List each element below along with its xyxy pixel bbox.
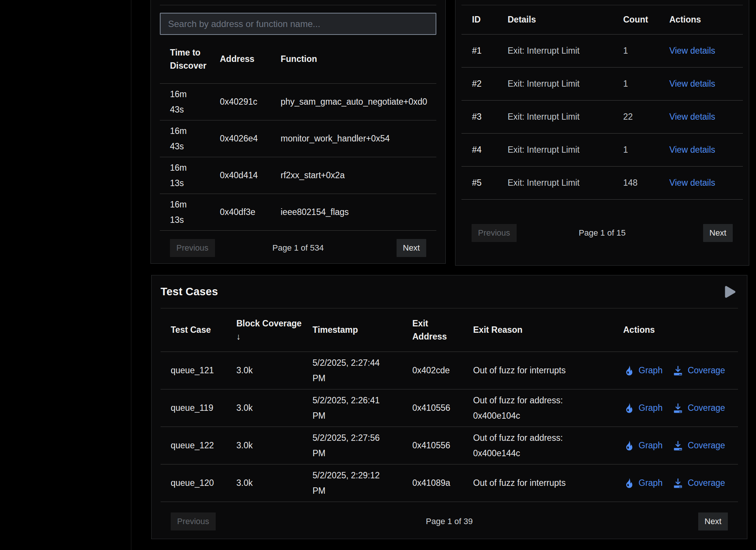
coverage-link[interactable]: Coverage bbox=[672, 400, 725, 415]
test-case-cell: queue_122 bbox=[161, 438, 226, 453]
block-coverage-cell: 3.0k bbox=[226, 400, 302, 415]
table-row: queue_120 3.0k 5/2/2025, 2:29:12 PM 0x41… bbox=[161, 464, 738, 502]
previous-button[interactable]: Previous bbox=[472, 224, 517, 242]
col-address: Address bbox=[210, 53, 271, 66]
table-row: 16m 43s 0x40291c phy_sam_gmac_auto_negot… bbox=[160, 84, 436, 120]
col-actions: Actions bbox=[613, 323, 738, 337]
view-details-link[interactable]: View details bbox=[669, 109, 715, 124]
download-icon bbox=[672, 440, 684, 451]
view-details-link[interactable]: View details bbox=[669, 142, 715, 157]
table-row: #2 Exit: Interrupt Limit 1 View details bbox=[461, 68, 743, 101]
search-input[interactable] bbox=[160, 13, 436, 35]
table-row: queue_119 3.0k 5/2/2025, 2:26:41 PM 0x41… bbox=[161, 389, 738, 427]
pagination: Previous Page 1 of 534 Next bbox=[160, 231, 436, 265]
time-cell: 16m 43s bbox=[160, 123, 210, 154]
time-cell: 16m 13s bbox=[160, 197, 210, 227]
id-cell: #5 bbox=[461, 175, 497, 190]
address-cell: 0x4026e4 bbox=[210, 131, 271, 146]
id-cell: #3 bbox=[461, 109, 497, 124]
view-details-link[interactable]: View details bbox=[669, 175, 715, 190]
exit-reason-cell: Out of fuzz for interrupts bbox=[463, 475, 613, 490]
graph-link[interactable]: Graph bbox=[623, 400, 663, 415]
id-cell: #2 bbox=[461, 76, 497, 91]
count-cell: 1 bbox=[613, 76, 659, 91]
view-details-link[interactable]: View details bbox=[669, 76, 715, 91]
timestamp-cell: 5/2/2025, 2:26:41 PM bbox=[302, 393, 402, 423]
coverage-link[interactable]: Coverage bbox=[672, 363, 725, 378]
exits-panel: ID Details Count Actions #1 Exit: Interr… bbox=[455, 0, 749, 266]
exit-address-cell: 0x410556 bbox=[402, 438, 463, 453]
col-details: Details bbox=[497, 13, 613, 26]
panel-top-divider bbox=[160, 5, 436, 5]
next-button[interactable]: Next bbox=[703, 224, 733, 242]
table-row: queue_121 3.0k 5/2/2025, 2:27:44 PM 0x40… bbox=[161, 352, 738, 389]
function-cell: ieee802154_flags bbox=[271, 204, 436, 219]
pagination: Previous Page 1 of 15 Next bbox=[461, 222, 743, 243]
details-cell: Exit: Interrupt Limit bbox=[497, 142, 613, 157]
id-cell: #1 bbox=[461, 43, 497, 58]
coverage-link[interactable]: Coverage bbox=[672, 438, 725, 453]
timestamp-cell: 5/2/2025, 2:27:44 PM bbox=[302, 355, 402, 386]
address-cell: 0x40291c bbox=[210, 94, 271, 109]
id-cell: #4 bbox=[461, 142, 497, 157]
view-details-link[interactable]: View details bbox=[669, 43, 715, 58]
table-header: Test Case Block Coverage ↓ Timestamp Exi… bbox=[161, 308, 738, 352]
block-coverage-cell: 3.0k bbox=[226, 363, 302, 378]
block-coverage-cell: 3.0k bbox=[226, 438, 302, 453]
graph-link[interactable]: Graph bbox=[623, 475, 663, 490]
previous-button[interactable]: Previous bbox=[170, 239, 215, 257]
next-button[interactable]: Next bbox=[397, 239, 426, 257]
flame-icon bbox=[623, 440, 634, 451]
download-icon bbox=[672, 365, 684, 376]
test-cases-panel: Test Cases Test Case Block Coverage ↓ Ti… bbox=[151, 275, 747, 539]
page-label: Page 1 of 39 bbox=[161, 517, 738, 526]
page: Time to Discover Address Function 16m 43… bbox=[0, 0, 756, 550]
next-button[interactable]: Next bbox=[698, 512, 728, 530]
count-cell: 148 bbox=[613, 175, 659, 190]
table-row: 16m 43s 0x4026e4 monitor_work_handler+0x… bbox=[160, 120, 436, 157]
coverage-link[interactable]: Coverage bbox=[672, 475, 725, 490]
table-header: Time to Discover Address Function bbox=[160, 35, 436, 84]
previous-button[interactable]: Previous bbox=[171, 512, 216, 530]
flame-icon bbox=[623, 478, 634, 489]
col-count: Count bbox=[613, 13, 659, 26]
sidebar-divider bbox=[131, 0, 131, 550]
address-cell: 0x40d414 bbox=[210, 168, 271, 183]
table-row: #4 Exit: Interrupt Limit 1 View details bbox=[461, 134, 743, 167]
table-header: ID Details Count Actions bbox=[461, 5, 743, 35]
col-timestamp: Timestamp bbox=[302, 323, 402, 337]
discoveries-panel: Time to Discover Address Function 16m 43… bbox=[150, 0, 446, 264]
details-cell: Exit: Interrupt Limit bbox=[497, 43, 613, 58]
details-cell: Exit: Interrupt Limit bbox=[497, 175, 613, 190]
count-cell: 1 bbox=[613, 142, 659, 157]
time-cell: 16m 13s bbox=[160, 160, 210, 191]
function-cell: rf2xx_start+0x2a bbox=[271, 168, 436, 183]
download-icon bbox=[672, 478, 684, 489]
exit-reason-cell: Out of fuzz for address: 0x400e144c bbox=[463, 430, 613, 461]
panel-title: Test Cases bbox=[161, 286, 218, 298]
timestamp-cell: 5/2/2025, 2:29:12 PM bbox=[302, 468, 402, 498]
exit-reason-cell: Out of fuzz for interrupts bbox=[463, 363, 613, 378]
graph-link[interactable]: Graph bbox=[623, 363, 663, 378]
block-coverage-cell: 3.0k bbox=[226, 475, 302, 490]
table-row: queue_122 3.0k 5/2/2025, 2:27:56 PM 0x41… bbox=[161, 427, 738, 464]
count-cell: 22 bbox=[613, 109, 659, 124]
timestamp-cell: 5/2/2025, 2:27:56 PM bbox=[302, 430, 402, 461]
table-row: 16m 13s 0x40d414 rf2xx_start+0x2a bbox=[160, 157, 436, 194]
col-block-coverage[interactable]: Block Coverage ↓ bbox=[226, 317, 302, 343]
col-actions: Actions bbox=[659, 13, 743, 26]
play-icon[interactable] bbox=[720, 283, 737, 301]
col-exit-address: Exit Address bbox=[402, 317, 463, 343]
test-case-cell: queue_119 bbox=[161, 400, 226, 415]
flame-icon bbox=[623, 365, 634, 376]
time-cell: 16m 43s bbox=[160, 87, 210, 117]
table-row: #1 Exit: Interrupt Limit 1 View details bbox=[461, 35, 743, 68]
col-id: ID bbox=[461, 13, 497, 26]
exit-reason-cell: Out of fuzz for address: 0x400e104c bbox=[463, 393, 613, 423]
graph-link[interactable]: Graph bbox=[623, 438, 663, 453]
count-cell: 1 bbox=[613, 43, 659, 58]
table-row: 16m 13s 0x40df3e ieee802154_flags bbox=[160, 194, 436, 231]
col-function: Function bbox=[271, 53, 436, 66]
function-cell: phy_sam_gmac_auto_negotiate+0xd0 bbox=[271, 94, 436, 109]
details-cell: Exit: Interrupt Limit bbox=[497, 76, 613, 91]
